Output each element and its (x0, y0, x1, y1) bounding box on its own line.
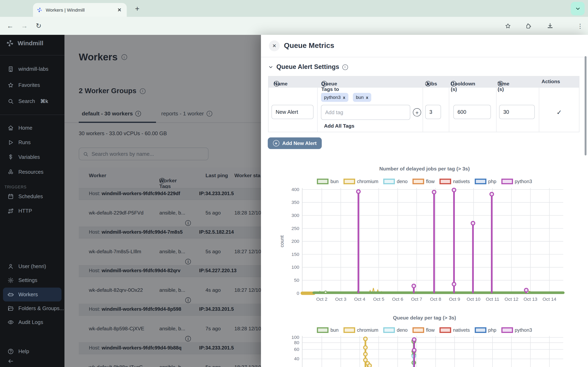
sidebar-collapse-button[interactable] (0, 354, 65, 367)
sidebar-item-home[interactable]: Home (0, 121, 65, 134)
sidebar-item-user[interactable]: User (henri) (0, 259, 65, 273)
tab-close-icon[interactable]: ✕ (116, 7, 123, 13)
user-icon (8, 263, 14, 269)
legend-item-bun[interactable]: bun (317, 327, 338, 333)
downloads-icon[interactable] (543, 17, 557, 35)
sidebar-item-variables[interactable]: Variables (0, 150, 65, 164)
browser-tab-strip: Workers | Windmill ✕ + (0, 0, 588, 17)
legend-item-nativets[interactable]: nativets (440, 327, 470, 333)
back-button[interactable]: ← (3, 17, 17, 35)
app-window: Windmill windmill-labs Favorites Search … (0, 35, 588, 367)
drawer-scrollbar[interactable] (585, 56, 586, 156)
windmill-logo[interactable]: Windmill (6, 39, 43, 47)
chart1-legend: bunchromiumdenoflownativetsphppython3 (261, 179, 588, 184)
legend-swatch (343, 179, 355, 184)
svg-text:80: 80 (294, 340, 299, 345)
sidebar-item-runs[interactable]: Runs (0, 136, 65, 149)
legend-swatch (475, 327, 486, 333)
info-icon[interactable] (498, 81, 503, 87)
bookmark-star-icon[interactable] (501, 17, 515, 35)
sidebar-item-resources[interactable]: Resources (0, 165, 65, 179)
legend-item-chromium[interactable]: chromium (343, 179, 378, 184)
sidebar-item-http[interactable]: HTTP (0, 204, 65, 217)
legend-swatch (412, 327, 424, 333)
reload-button[interactable]: ↻ (31, 17, 46, 35)
svg-text:Oct 9: Oct 9 (449, 296, 460, 302)
sidebar-item-workers[interactable]: Workers (0, 288, 65, 301)
building-icon (8, 66, 14, 72)
sidebar-item-schedules[interactable]: Schedules (0, 189, 65, 203)
alert-settings-table: Name Queue Tags to Monitor Jobs Cooldown… (268, 76, 579, 132)
workers-page: Workers 2 Worker Groups default - 30 wor… (65, 35, 261, 367)
browser-menu-icon[interactable]: ⋮ (573, 17, 587, 35)
add-new-alert-button[interactable]: + Add New Alert (268, 137, 321, 149)
legend-item-flow[interactable]: flow (412, 327, 435, 333)
sidebar-item-workspace[interactable]: windmill-labs (0, 62, 65, 76)
extensions-icon[interactable] (521, 17, 536, 35)
svg-text:Oct 3: Oct 3 (335, 296, 346, 302)
queue-metrics-drawer: ✕ Queue Metrics Queue Alert Settings Nam… (261, 35, 588, 367)
gear-icon (8, 277, 14, 283)
info-icon[interactable] (342, 64, 348, 70)
queue-alert-settings-header[interactable]: Queue Alert Settings (268, 63, 348, 71)
sidebar-item-folders-groups[interactable]: Folders & Groups... (0, 301, 65, 315)
legend-item-flow[interactable]: flow (412, 179, 435, 184)
close-icon[interactable]: ✕ (269, 40, 280, 51)
legend-item-nativets[interactable]: nativets (440, 179, 470, 184)
add-tag-input[interactable]: Add tag (321, 105, 410, 120)
legend-item-deno[interactable]: deno (383, 179, 407, 184)
svg-text:400: 400 (291, 187, 299, 192)
legend-label: flow (426, 327, 434, 333)
svg-text:50: 50 (294, 277, 299, 283)
tab-strip-chevron-button[interactable] (571, 2, 585, 15)
browser-tab[interactable]: Workers | Windmill ✕ (33, 3, 127, 17)
sidebar-item-favorites[interactable]: Favorites (0, 78, 65, 92)
time-input[interactable]: 30 (499, 105, 535, 119)
svg-text:Oct 10: Oct 10 (467, 296, 481, 302)
jobs-input[interactable]: 3 (425, 105, 441, 119)
svg-text:Oct 5: Oct 5 (373, 296, 384, 302)
legend-item-php[interactable]: php (475, 179, 496, 184)
legend-item-bun[interactable]: bun (317, 179, 338, 184)
add-tag-plus-icon[interactable]: + (413, 108, 421, 117)
svg-text:300: 300 (291, 213, 299, 218)
remove-tag-icon[interactable]: x (343, 95, 345, 100)
info-icon[interactable] (321, 81, 327, 87)
info-icon[interactable] (274, 81, 279, 87)
add-all-tags-link[interactable]: Add All Tags (324, 123, 355, 129)
eye-icon (8, 319, 14, 325)
legend-item-python3[interactable]: python3 (501, 179, 532, 184)
forward-button[interactable]: → (17, 17, 31, 35)
tag-pill-python3[interactable]: python3x (321, 93, 348, 102)
home-icon (8, 125, 14, 131)
alert-name-input[interactable]: New Alert (272, 105, 314, 119)
legend-item-deno[interactable]: deno (383, 327, 407, 333)
delayed-jobs-chart[interactable]: 050100150200250300350400Oct 2Oct 3Oct 4O… (276, 187, 580, 306)
route-icon (8, 208, 14, 214)
svg-text:Oct 7: Oct 7 (411, 296, 422, 302)
sidebar-item-audit-logs[interactable]: Audit Logs (0, 315, 65, 329)
legend-swatch (440, 327, 451, 333)
info-icon[interactable] (425, 81, 431, 87)
chart2-title: Queue delay per tag (> 3s) (261, 315, 588, 321)
queue-delay-chart[interactable]: 406080100 (276, 336, 580, 367)
svg-text:100: 100 (291, 336, 299, 340)
confirm-check-icon[interactable]: ✓ (557, 109, 562, 117)
svg-text:Oct 6: Oct 6 (392, 296, 403, 302)
legend-label: bun (330, 179, 339, 184)
info-icon[interactable] (451, 81, 457, 87)
sidebar-item-settings[interactable]: Settings (0, 273, 65, 287)
svg-text:Oct 11: Oct 11 (486, 296, 499, 302)
tag-pill-bun[interactable]: bunx (353, 93, 371, 102)
robot-icon (8, 291, 14, 298)
legend-item-chromium[interactable]: chromium (343, 327, 378, 333)
new-tab-button[interactable]: + (132, 3, 143, 14)
cooldown-input[interactable]: 600 (453, 105, 491, 119)
legend-label: php (488, 179, 496, 184)
sidebar-item-search[interactable]: Search ⌘k (0, 94, 65, 108)
drawer-backdrop[interactable] (65, 35, 261, 367)
legend-item-php[interactable]: php (475, 327, 496, 333)
remove-tag-icon[interactable]: x (366, 95, 368, 100)
legend-item-python3[interactable]: python3 (501, 327, 532, 333)
legend-label: chromium (357, 327, 378, 333)
